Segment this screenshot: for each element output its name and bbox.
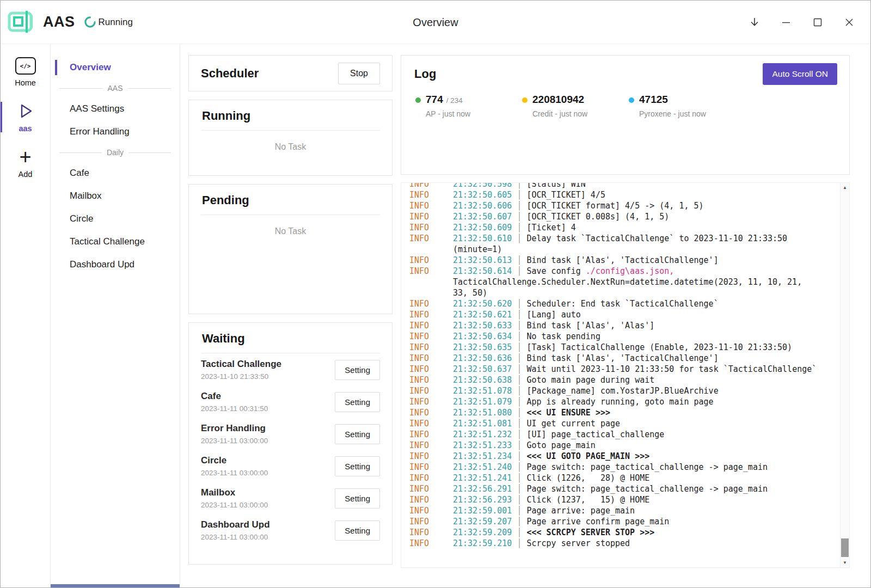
log-line-body: 21:32:50.614 │ Save config ./config\aas.… [453,266,821,298]
nav-item-aas-settings[interactable]: AAS Settings [51,97,180,120]
log-message: <<< UI ENSURE >>> [526,408,610,418]
stat-dot-icon [522,97,527,103]
stat-body: 774/ 234AP - just now [426,94,470,118]
log-message: Click (1226, 28) @ HOME [526,473,649,483]
log-separator: │ [512,321,526,330]
scroll-down-icon[interactable]: ▼ [841,558,849,567]
log-level: INFO [409,538,453,549]
update-download-icon[interactable] [746,14,763,30]
task-info: Cafe2023-11-11 00:31:50 [201,391,268,413]
nav-item-mailbox[interactable]: Mailbox [51,185,180,207]
log-line-body: 21:32:50.635 │ [Task] TacticalChallenge … [453,342,821,353]
log-title: Log [414,67,436,81]
log-line-body: 21:32:50.607 │ [OCR_TICKET 0.008s] (4, 1… [453,211,821,222]
log-level: INFO [409,440,453,451]
log-timestamp: 21:32:51.233 [453,440,512,450]
log-level: INFO [409,233,453,255]
log-timestamp: 21:32:51.241 [453,473,512,483]
nav-item-overview[interactable]: Overview [51,56,180,79]
task-setting-button[interactable]: Setting [335,392,380,412]
log-message: Page switch: page_tactical_challenge -> … [526,462,768,472]
window-title: Overview [413,16,458,28]
nav-item-cafe[interactable]: Cafe [51,162,180,185]
log-timestamp: 21:32:50.634 [453,332,512,341]
running-empty-text: No Task [189,131,392,152]
nav-group-label: Daily [107,148,124,157]
nav-group-daily: Daily [59,143,171,162]
maximize-button[interactable] [809,14,826,30]
waiting-card: Waiting Tactical Challenge2023-11-10 21:… [188,322,392,565]
main-content: Scheduler Stop Running No Task Pending N… [180,44,870,587]
log-line-body: 21:32:50.606 │ [OCR_TICKET format] 4/5 -… [453,200,821,211]
close-button[interactable] [841,14,857,30]
log-timestamp: 21:32:50.620 [453,299,512,309]
log-scrollbar[interactable]: ▲ ▼ [840,183,849,567]
rail-item-label: Home [15,78,36,87]
log-timestamp: 21:32:51.078 [453,386,512,396]
task-info: Mailbox2023-11-11 03:00:00 [201,487,268,509]
log-message: Click (1237, 15) @ HOME [526,495,649,505]
log-view[interactable]: INFO21:32:50.598 │ [Status] WININFO21:32… [401,182,850,568]
nav-item-tactical-challenge[interactable]: Tactical Challenge [51,230,180,253]
task-setting-button[interactable]: Setting [335,424,380,444]
log-line-body: 21:32:59.209 │ <<< SCRCPY SERVER STOP >>… [453,527,821,538]
task-setting-button[interactable]: Setting [335,488,380,509]
log-timestamp: 21:32:50.621 [453,310,512,320]
rail-item-label: aas [19,124,32,133]
log-separator: │ [512,451,526,461]
log-level: INFO [409,298,453,309]
log-separator: │ [512,375,526,385]
task-setting-button[interactable]: Setting [335,456,380,476]
rail-item-home[interactable]: </> Home [1,57,50,87]
log-card: Log Auto Scroll ON 774/ 234AP - just now… [401,55,850,175]
log-timestamp: 21:32:50.638 [453,375,512,385]
running-card: Running No Task [188,100,392,176]
log-level: INFO [409,309,453,320]
log-separator: │ [512,364,526,374]
rail-item-aas[interactable]: aas [1,102,50,133]
auto-scroll-toggle[interactable]: Auto Scroll ON [763,63,837,85]
log-level: INFO [409,342,453,353]
log-line-body: 21:32:51.080 │ <<< UI ENSURE >>> [453,407,821,418]
minimize-button[interactable] [778,14,794,30]
nav-item-circle[interactable]: Circle [51,207,180,230]
log-lines: INFO21:32:50.598 │ [Status] WININFO21:32… [401,182,849,549]
log-separator: │ [512,419,526,428]
log-separator: │ [512,538,526,548]
log-line-body: 21:32:51.234 │ <<< UI GOTO PAGE_MAIN >>> [453,451,821,462]
scheduler-stop-button[interactable]: Stop [338,63,380,84]
log-level: INFO [409,375,453,385]
log-message: [Ticket] 4 [526,223,575,232]
task-setting-button[interactable]: Setting [335,520,380,541]
nav-item-error-handling[interactable]: Error Handling [51,120,180,143]
log-level: INFO [409,353,453,364]
log-message: Bind task ['Alas', 'Alas'] [526,321,654,330]
log-timestamp: 21:32:59.209 [453,528,512,537]
rail-item-add[interactable]: + Add [1,148,50,179]
log-separator: │ [512,223,526,232]
nav-item-dashboard-upd[interactable]: Dashboard Upd [51,253,180,276]
task-setting-button[interactable]: Setting [335,360,380,380]
log-timestamp: 21:32:56.291 [453,484,512,494]
nav-group-aas: AAS [59,79,171,97]
log-line-body: 21:32:59.207 │ Page arrive confirm page_… [453,516,821,527]
log-line: INFO21:32:50.607 │ [OCR_TICKET 0.008s] (… [409,211,838,222]
log-line: INFO21:32:50.636 │ Bind task ['Alas', 'T… [409,353,838,364]
log-timestamp: 21:32:50.598 [453,182,512,189]
scrollbar-thumb[interactable] [841,538,849,557]
log-line: INFO21:32:50.621 │ [Lang] auto [409,309,838,320]
log-line: INFO21:32:50.609 │ [Ticket] 4 [409,222,838,233]
log-separator: │ [512,332,526,341]
log-message: Wait until 2023-11-10 21:33:50 for task … [526,364,817,374]
play-icon [16,102,35,120]
log-separator: │ [512,299,526,309]
log-level: INFO [409,527,453,538]
log-line-body: 21:32:50.598 │ [Status] WIN [453,182,821,189]
nav-horizontal-scrollbar[interactable] [51,584,180,587]
log-level: INFO [409,331,453,342]
log-level: INFO [409,266,453,298]
divider-line [59,88,103,89]
log-timestamp: 21:32:59.001 [453,506,512,516]
log-line: INFO21:32:59.209 │ <<< SCRCPY SERVER STO… [409,527,838,538]
scroll-up-icon[interactable]: ▲ [841,183,849,192]
